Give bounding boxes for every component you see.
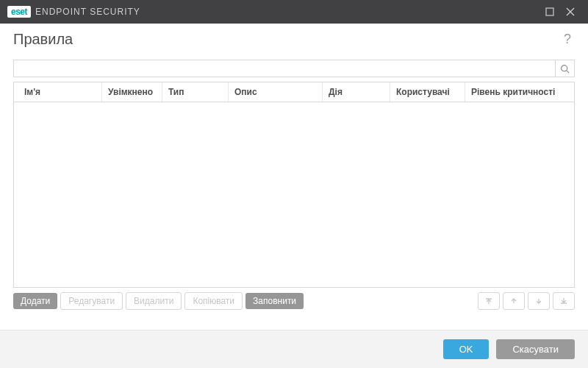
brand-mark: eset xyxy=(7,6,31,18)
col-action[interactable]: Дія xyxy=(323,82,390,102)
col-type[interactable]: Тип xyxy=(162,82,229,102)
col-name[interactable]: Ім'я xyxy=(14,82,102,102)
svg-rect-0 xyxy=(546,8,553,15)
move-down-icon xyxy=(528,292,550,310)
window-close-icon[interactable] xyxy=(560,1,581,22)
col-desc[interactable]: Опис xyxy=(229,82,323,102)
move-top-icon xyxy=(478,292,500,310)
col-enabled[interactable]: Увімкнено xyxy=(102,82,162,102)
edit-button: Редагувати xyxy=(60,292,123,310)
copy-button: Копіювати xyxy=(184,292,243,310)
brand-logo: eset ENDPOINT SECURITY xyxy=(7,6,140,18)
search-row xyxy=(13,60,575,77)
page-title: Правила xyxy=(13,31,560,48)
ok-button[interactable]: OK xyxy=(443,339,490,359)
product-name: ENDPOINT SECURITY xyxy=(35,7,140,17)
search-input[interactable] xyxy=(14,60,555,77)
row-toolbar: Додати Редагувати Видалити Копіювати Зап… xyxy=(13,292,575,310)
window-maximize-icon[interactable] xyxy=(539,1,560,22)
help-icon[interactable]: ? xyxy=(560,32,575,47)
dialog-footer: OK Скасувати xyxy=(0,330,588,368)
populate-button[interactable]: Заповнити xyxy=(245,293,304,309)
move-up-icon xyxy=(503,292,525,310)
delete-button: Видалити xyxy=(126,292,182,310)
table-header: Ім'я Увімкнено Тип Опис Дія Користувачі … xyxy=(14,82,574,102)
titlebar: eset ENDPOINT SECURITY xyxy=(0,0,588,24)
search-icon[interactable] xyxy=(555,60,574,77)
add-button[interactable]: Додати xyxy=(13,293,57,309)
col-users[interactable]: Користувачі xyxy=(390,82,465,102)
dialog-header: Правила ? xyxy=(0,24,588,52)
table-body[interactable] xyxy=(14,102,574,287)
col-severity[interactable]: Рівень критичності xyxy=(465,82,574,102)
svg-point-1 xyxy=(562,65,567,71)
rules-table: Ім'я Увімкнено Тип Опис Дія Користувачі … xyxy=(13,82,575,288)
cancel-button[interactable]: Скасувати xyxy=(496,339,575,359)
move-bottom-icon xyxy=(553,292,575,310)
